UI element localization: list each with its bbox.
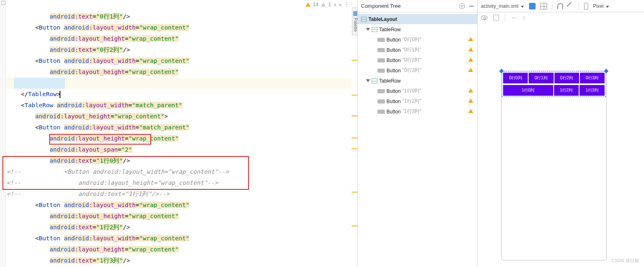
down-icon[interactable]: ∨ (339, 2, 342, 7)
minimize-icon[interactable] (469, 6, 474, 7)
component-tree-title: Component Tree (361, 3, 401, 9)
device-dropdown[interactable]: Pixel (593, 3, 609, 9)
button-icon (377, 69, 385, 73)
layout-icon (372, 78, 377, 83)
preview-button[interactable]: 0行1列 (529, 73, 553, 83)
gear-icon[interactable] (459, 3, 465, 9)
preview-button[interactable]: 0行3列 (580, 73, 605, 83)
up-icon[interactable]: ∧ (334, 2, 336, 7)
design-preview-panel: activity_main.xml Pixel ↔ ↕ 0行0列0行1列0行2列… (478, 0, 644, 267)
warning-icon[interactable] (468, 37, 473, 41)
warning-icon (306, 2, 310, 7)
tree-row[interactable]: Button "0行3列" (358, 65, 477, 76)
surfaces-icon[interactable] (493, 15, 499, 21)
button-icon (377, 48, 385, 52)
design-sub-toolbar: ↔ ↕ (478, 12, 644, 23)
layers-icon[interactable] (529, 3, 536, 9)
caret (60, 91, 60, 98)
wand-icon[interactable] (567, 2, 575, 10)
inspection-summary[interactable]: 14 1 ∧ ∨ ⋮ (306, 2, 349, 7)
tree-root[interactable]: TableLayout (358, 14, 477, 24)
warning-icon[interactable] (468, 88, 473, 92)
chevron-down-icon[interactable] (366, 28, 370, 32)
device-frame[interactable]: 0行0列0行1列0行2列0行3列 1行0列1行2列1行3列 (501, 71, 607, 260)
button-icon (377, 38, 385, 42)
preview-button[interactable]: 1行2列 (554, 85, 579, 96)
weak-warning-icon (321, 2, 326, 7)
design-toolbar: activity_main.xml Pixel (478, 0, 644, 12)
preview-button[interactable]: 1行3列 (580, 85, 605, 96)
editor-gutter (0, 0, 6, 267)
code-editor[interactable]: 14 1 ∧ ∨ ⋮ android:text="0行1列"/> <Button… (0, 0, 357, 267)
button-icon (377, 99, 385, 104)
chevron-down-icon[interactable] (366, 79, 370, 83)
eye-icon[interactable] (481, 16, 488, 20)
warning-icon[interactable] (468, 47, 473, 51)
grid-icon[interactable] (540, 3, 547, 9)
hresize-icon[interactable]: ↔ (511, 14, 517, 21)
button-icon (377, 58, 385, 62)
tree-row[interactable]: TableRow (358, 76, 477, 86)
tree-row[interactable]: Button "1行0列" (358, 86, 477, 96)
warning-count: 14 (313, 2, 318, 7)
button-icon (377, 89, 385, 93)
code-area[interactable]: android:text="0行1列"/> <Button android:la… (0, 0, 357, 267)
tree-row[interactable]: Button "0行2列" (358, 55, 477, 65)
more-icon[interactable]: ⋮ (344, 2, 349, 7)
preview-button[interactable]: 0行0列 (503, 73, 528, 83)
warning-icon[interactable] (468, 58, 473, 62)
layout-icon (372, 27, 377, 32)
component-tree-panel: Component Tree TableLayout TableRowButto… (357, 0, 478, 267)
marker-bar[interactable] (352, 0, 357, 267)
preview-button[interactable]: 0行2列 (554, 73, 579, 83)
tree-row[interactable]: TableRow (358, 24, 477, 35)
weak-warning-count: 1 (328, 2, 331, 7)
button-icon (377, 110, 385, 114)
palette-tab[interactable]: Palette (352, 7, 357, 35)
warning-icon[interactable] (468, 68, 473, 72)
vresize-icon[interactable]: ↕ (522, 14, 525, 21)
layout-icon (361, 17, 367, 22)
preview-button[interactable]: 1行0列 (503, 85, 553, 96)
magnet-icon[interactable] (557, 3, 563, 9)
warning-icon[interactable] (468, 99, 473, 103)
component-tree-body[interactable]: TableLayout TableRowButton "0行0列"Button … (358, 12, 477, 118)
phone-icon (584, 3, 588, 9)
component-tree-header: Component Tree (358, 0, 477, 12)
tree-row[interactable]: Button "1行3列" (358, 106, 477, 117)
tree-row[interactable]: Button "0行1列" (358, 45, 477, 55)
file-dropdown[interactable]: activity_main.xml (481, 3, 524, 9)
watermark: CSDN @以秘 (612, 258, 639, 264)
tree-row[interactable]: Button "0行0列" (358, 35, 477, 45)
tree-row[interactable]: Button "1行2列" (358, 96, 477, 106)
warning-icon[interactable] (468, 109, 473, 113)
